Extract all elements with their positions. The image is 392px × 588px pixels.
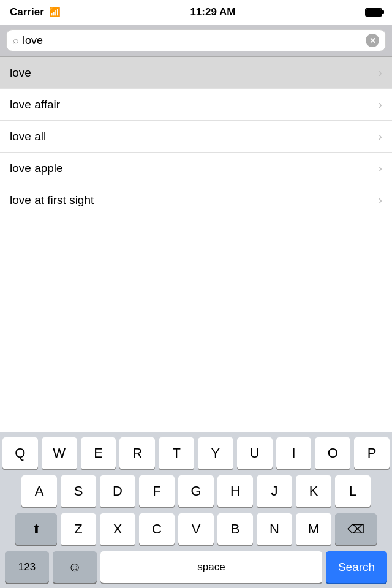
shift-icon: ⬆ (31, 522, 42, 537)
key-r[interactable]: R (119, 437, 155, 469)
key-v[interactable]: V (178, 513, 214, 545)
key-o[interactable]: O (315, 437, 350, 469)
key-q[interactable]: Q (2, 437, 38, 469)
keyboard-row-1: Q W E R T Y U I O P (2, 437, 390, 469)
suggestion-text: love at first sight (10, 194, 94, 207)
key-a[interactable]: A (21, 475, 57, 507)
keyboard-bottom-row: 123 ☺ space Search (2, 551, 390, 583)
search-key[interactable]: Search (326, 551, 387, 583)
key-c[interactable]: C (139, 513, 175, 545)
key-l[interactable]: L (335, 475, 371, 507)
suggestion-item-partial[interactable]: love at first sight › (0, 184, 392, 216)
chevron-icon: › (378, 97, 382, 111)
chevron-icon: › (378, 161, 382, 175)
backspace-icon: ⌫ (347, 522, 364, 537)
key-i[interactable]: I (276, 437, 312, 469)
key-w[interactable]: W (42, 437, 77, 469)
key-k[interactable]: K (296, 475, 331, 507)
key-m[interactable]: M (296, 513, 331, 545)
search-input-wrap: ⌕ ✕ (6, 29, 386, 51)
key-t[interactable]: T (159, 437, 194, 469)
chevron-icon: › (378, 129, 382, 143)
key-j[interactable]: J (257, 475, 292, 507)
suggestion-text: love affair (10, 98, 60, 111)
chevron-icon: › (378, 66, 382, 80)
search-bar: ⌕ ✕ (0, 24, 392, 57)
key-u[interactable]: U (237, 437, 273, 469)
key-y[interactable]: Y (198, 437, 233, 469)
chevron-icon: › (378, 193, 382, 207)
key-f[interactable]: F (139, 475, 175, 507)
wifi-icon: 📶 (49, 7, 61, 18)
key-p[interactable]: P (354, 437, 390, 469)
suggestion-item[interactable]: love affair › (0, 89, 392, 121)
shift-key[interactable]: ⬆ (15, 513, 57, 545)
key-x[interactable]: X (100, 513, 135, 545)
carrier-label: Carrier (10, 6, 44, 18)
num-key[interactable]: 123 (5, 551, 49, 583)
status-bar: Carrier 📶 11:29 AM (0, 0, 392, 24)
search-glass-icon: ⌕ (13, 35, 19, 46)
time-label: 11:29 AM (190, 6, 235, 18)
search-input[interactable] (23, 34, 362, 47)
key-z[interactable]: Z (61, 513, 96, 545)
suggestion-item[interactable]: love apple › (0, 153, 392, 184)
keyboard-row-2: A S D F G H J K L (2, 475, 390, 507)
suggestion-item[interactable]: love all › (0, 121, 392, 153)
emoji-key[interactable]: ☺ (53, 551, 97, 583)
clear-button[interactable]: ✕ (366, 34, 379, 47)
suggestion-text: love all (10, 130, 46, 143)
key-s[interactable]: S (61, 475, 96, 507)
key-g[interactable]: G (178, 475, 214, 507)
key-b[interactable]: B (217, 513, 253, 545)
suggestion-text: love apple (10, 162, 63, 175)
key-d[interactable]: D (100, 475, 135, 507)
keyboard: Q W E R T Y U I O P A S D F G H J K L ⬆ … (0, 432, 392, 588)
keyboard-row-3: ⬆ Z X C V B N M ⌫ (2, 513, 390, 545)
key-e[interactable]: E (81, 437, 116, 469)
key-n[interactable]: N (257, 513, 292, 545)
key-h[interactable]: H (217, 475, 253, 507)
backspace-key[interactable]: ⌫ (335, 513, 377, 545)
suggestion-text: love (10, 66, 31, 80)
suggestion-item[interactable]: love › (0, 57, 392, 89)
suggestions-list: love › love affair › love all › love app… (0, 57, 392, 216)
space-key[interactable]: space (100, 551, 322, 583)
battery-icon (365, 8, 382, 17)
